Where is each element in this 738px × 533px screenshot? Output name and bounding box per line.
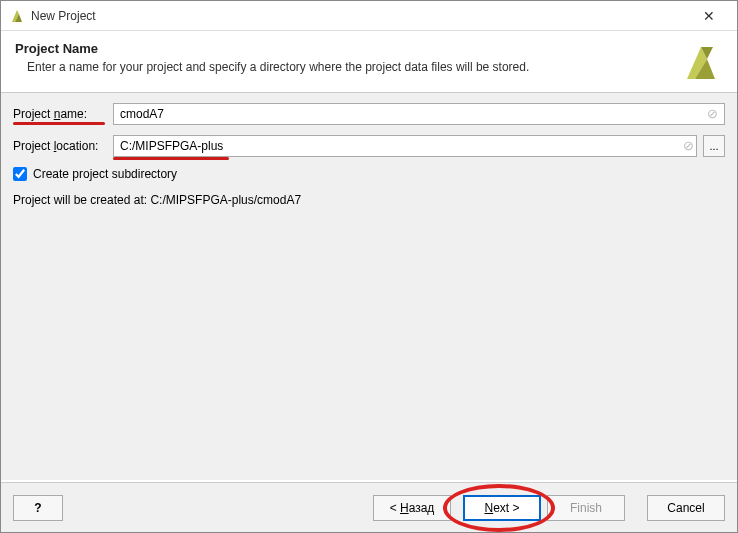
- titlebar: New Project ✕: [1, 1, 737, 31]
- created-at-info: Project will be created at: C:/MIPSFPGA-…: [13, 193, 725, 207]
- browse-button[interactable]: ...: [703, 135, 725, 157]
- project-location-input[interactable]: [113, 135, 697, 157]
- project-name-label: Project name:: [13, 107, 113, 121]
- project-location-label: Project location:: [13, 139, 113, 153]
- subdir-checkbox-row: Create project subdirectory: [13, 167, 725, 181]
- close-icon[interactable]: ✕: [689, 8, 729, 24]
- help-button[interactable]: ?: [13, 495, 63, 521]
- page-subtitle: Enter a name for your project and specif…: [15, 60, 717, 74]
- wizard-content: Project name: ⊘ Project location: ⊘ ... …: [1, 93, 737, 480]
- project-location-row: Project location: ⊘ ...: [13, 135, 725, 157]
- wizard-header: Project Name Enter a name for your proje…: [1, 31, 737, 93]
- next-button[interactable]: Next >: [463, 495, 541, 521]
- annotation-underline: [13, 122, 105, 125]
- project-name-row: Project name: ⊘: [13, 103, 725, 125]
- app-icon: [9, 8, 25, 24]
- wizard-footer: ? < Назад Next > Finish Cancel: [1, 482, 737, 532]
- clear-icon[interactable]: ⊘: [705, 107, 719, 121]
- clear-icon[interactable]: ⊘: [681, 139, 695, 153]
- cancel-button[interactable]: Cancel: [647, 495, 725, 521]
- vivado-logo-icon: [677, 39, 725, 87]
- create-subdir-label: Create project subdirectory: [33, 167, 177, 181]
- back-button[interactable]: < Назад: [373, 495, 451, 521]
- create-subdir-checkbox[interactable]: [13, 167, 27, 181]
- finish-button: Finish: [547, 495, 625, 521]
- annotation-underline: [113, 157, 229, 160]
- page-title: Project Name: [15, 41, 717, 56]
- project-name-input[interactable]: [113, 103, 725, 125]
- window-title: New Project: [31, 9, 689, 23]
